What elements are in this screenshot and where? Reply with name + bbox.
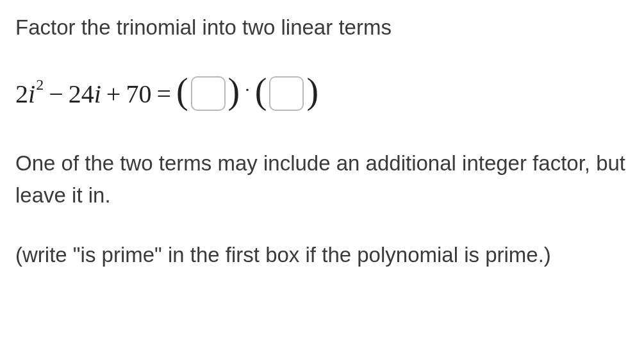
close-paren-2: ) [306,70,318,112]
exponent-1: 2 [36,76,44,94]
operator-minus: − [49,79,63,109]
question-prompt: Factor the trinomial into two linear ter… [15,13,629,42]
prime-note: (write "is prime" in the first box if th… [15,239,629,271]
multiply-dot: · [245,79,250,101]
open-paren-1: ( [176,70,188,112]
factor-input-1[interactable] [191,76,226,111]
lhs-expression: 2i2 − 24i + 70 = [15,79,176,109]
equation-row: 2i2 − 24i + 70 = ( ) · ( ) [15,73,629,114]
constant: 70 [126,79,151,109]
close-paren-1: ) [228,70,240,112]
equals-sign: = [156,79,171,109]
var-1: i [28,79,35,109]
coef-2: 24 [69,79,94,109]
var-2: i [94,79,101,109]
hint-text: One of the two terms may include an addi… [15,147,629,211]
operator-plus: + [106,79,121,109]
coef-1: 2 [15,79,28,109]
open-paren-2: ( [255,70,267,112]
factor-input-2[interactable] [269,76,304,111]
